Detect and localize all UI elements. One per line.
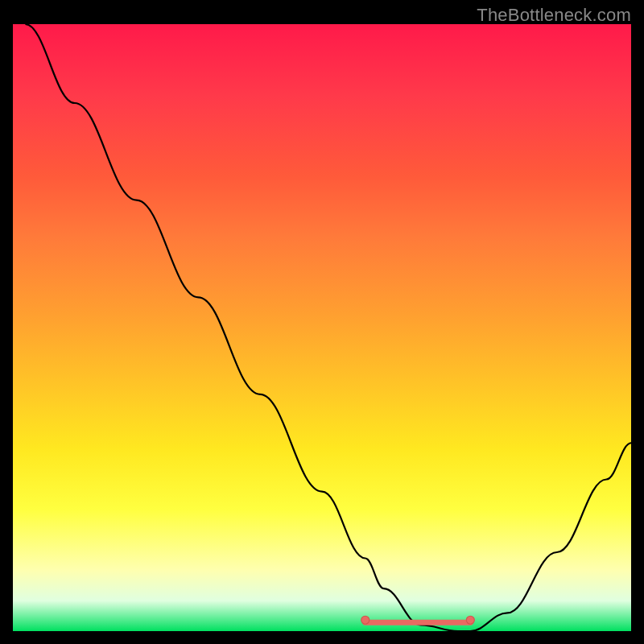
watermark-text: TheBottleneck.com (477, 5, 631, 26)
plot-area (13, 24, 631, 631)
optimal-end-marker (466, 616, 474, 624)
curve-svg (13, 24, 631, 631)
optimal-start-marker (361, 616, 369, 624)
chart-container: TheBottleneck.com (0, 0, 644, 644)
bottleneck-curve-line (25, 24, 631, 631)
